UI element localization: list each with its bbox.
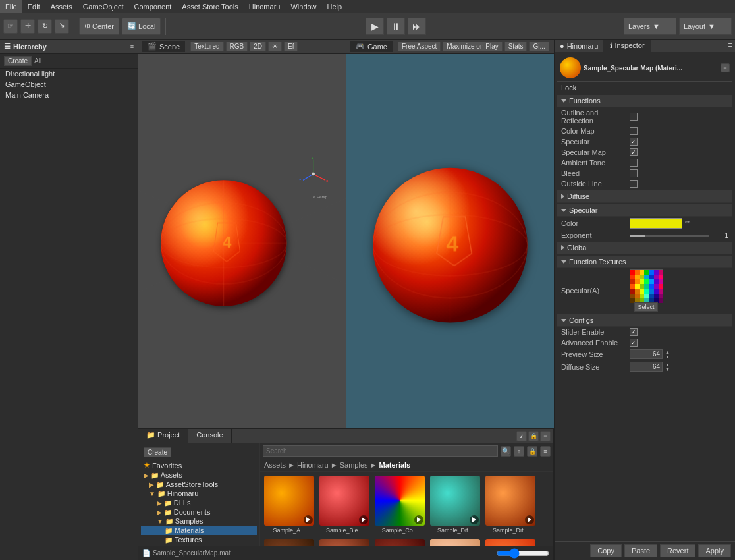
scene-mode[interactable]: Textured (190, 42, 223, 51)
list-item[interactable]: Sample_Ou... (373, 538, 426, 546)
checkbox-outsideline[interactable] (630, 180, 638, 188)
arrow-down2[interactable]: ▼ (665, 367, 670, 372)
menu-hinomaru[interactable]: Hinomaru (244, 0, 286, 13)
bc-1[interactable]: Assets (264, 461, 286, 469)
game-maximize[interactable]: Maximize on Play (443, 42, 502, 51)
hierarchy-item-directional[interactable]: Directional light (0, 69, 138, 79)
list-item[interactable]: Sample_skin (429, 538, 481, 546)
list-item[interactable]: Sample_hair (263, 538, 315, 546)
revert-button[interactable]: Revert (660, 544, 695, 557)
hierarchy-item-maincamera[interactable]: Main Camera (0, 90, 138, 100)
arrow-up[interactable]: ▲ (665, 350, 670, 354)
tree-samples[interactable]: ▼ 📁 Samples (141, 517, 257, 526)
checkbox-outline[interactable] (630, 113, 638, 121)
game-tab[interactable]: 🎮 Game (350, 41, 393, 52)
exponent-slider[interactable] (630, 235, 709, 237)
step-button[interactable]: ⏭ (408, 18, 426, 35)
play-button[interactable]: ▶ (366, 18, 384, 35)
list-item[interactable]: Sample_Sp... (484, 538, 537, 546)
list-item[interactable]: Sample_Out... (318, 538, 371, 546)
game-gizmos[interactable]: Gi... (529, 42, 549, 51)
options2-icon[interactable]: ≡ (540, 446, 551, 457)
bc-2[interactable]: Hinomaru (297, 461, 329, 469)
checkbox-advanced-enable[interactable]: ✓ (630, 339, 638, 347)
collapse-btn[interactable]: ↙ (516, 431, 527, 441)
tree-assets[interactable]: ▶ 📁 Assets (141, 470, 257, 480)
texture-preview[interactable] (630, 269, 663, 302)
search-icon[interactable]: 🔍 (501, 446, 511, 457)
configs-section-header[interactable]: Configs (557, 314, 732, 327)
hierarchy-filter[interactable]: All (34, 57, 41, 65)
game-aspect[interactable]: Free Aspect (398, 42, 441, 51)
local-toggle[interactable]: 🔄 Local (122, 18, 161, 35)
hinomaru-tab[interactable]: ● Hinomaru (555, 40, 603, 52)
select-texture-btn[interactable]: Select (634, 302, 657, 312)
scene-2d[interactable]: 2D (250, 42, 266, 51)
scene-color[interactable]: RGB (226, 42, 248, 51)
diffuse-size-input[interactable] (630, 362, 663, 372)
header-opts[interactable]: ≡ (721, 63, 730, 72)
bc-4[interactable]: Materials (379, 461, 411, 469)
scene-tab[interactable]: 🎬 Scene (142, 41, 185, 52)
color-swatch[interactable] (630, 218, 682, 229)
checkbox-ambient[interactable] (630, 159, 638, 167)
search-input[interactable] (263, 445, 498, 457)
hierarchy-create[interactable]: Create (4, 56, 32, 66)
arrow-down[interactable]: ▼ (665, 354, 670, 359)
scene-light[interactable]: ☀ (268, 42, 282, 51)
layers-dropdown[interactable]: Layers ▼ (624, 18, 676, 35)
menu-file[interactable]: File (0, 0, 22, 13)
tool-move[interactable]: ✛ (20, 19, 35, 34)
tree-textures[interactable]: 📁 Textures (141, 535, 257, 544)
list-item[interactable]: Sample_Co... (373, 474, 426, 535)
hierarchy-item-gameobject[interactable]: GameObject (0, 79, 138, 90)
checkbox-slider-enable[interactable]: ✓ (630, 328, 638, 336)
specular-section-header[interactable]: Specular (557, 204, 732, 217)
checkbox-specular[interactable]: ✓ (630, 138, 638, 146)
menu-help[interactable]: Help (322, 0, 348, 13)
tree-favorites[interactable]: ★ Favorites (141, 461, 257, 470)
scene-viewport[interactable]: 4 x (138, 54, 346, 428)
list-item[interactable]: Sample_Dif... (484, 474, 537, 535)
pause-button[interactable]: ⏸ (387, 18, 405, 35)
menu-edit[interactable]: Edit (22, 0, 45, 13)
lock-btn[interactable]: 🔒 (528, 431, 539, 441)
functions-section-header[interactable]: Functions (557, 95, 732, 107)
project-create[interactable]: Create (144, 447, 171, 457)
checkbox-colormap[interactable] (630, 127, 638, 135)
bc-3[interactable]: Samples (340, 461, 368, 469)
sort-icon[interactable]: ↕ (514, 446, 524, 457)
copy-button[interactable]: Copy (590, 544, 622, 557)
paste-button[interactable]: Paste (624, 544, 657, 557)
layout-dropdown[interactable]: Layout ▼ (679, 18, 732, 35)
hierarchy-options[interactable]: ≡ (130, 43, 134, 50)
checkbox-specularmap[interactable]: ✓ (630, 148, 638, 156)
game-stats[interactable]: Stats (504, 42, 528, 51)
arrow-up2[interactable]: ▲ (665, 362, 670, 367)
tree-assetstoretools[interactable]: ▶ 📁 AssetStoreTools (141, 480, 257, 489)
tree-hinomaru[interactable]: ▼ 📁 Hinomaru (141, 489, 257, 498)
function-textures-header[interactable]: Function Textures (557, 256, 732, 268)
inspector-opts[interactable]: ≡ (726, 40, 735, 52)
menu-assets[interactable]: Assets (45, 0, 78, 13)
preview-size-input[interactable] (630, 349, 663, 359)
lock2-icon[interactable]: 🔒 (527, 446, 537, 457)
center-toggle[interactable]: ⊕ Center (79, 18, 119, 35)
tool-hand[interactable]: ☞ (3, 19, 18, 34)
list-item[interactable]: Sample_A... (263, 474, 315, 535)
menu-component[interactable]: Component (128, 0, 177, 13)
menu-window[interactable]: Window (285, 0, 321, 13)
tree-dlls[interactable]: ▶ 📁 DLLs (141, 498, 257, 507)
panel-opts[interactable]: ≡ (540, 431, 551, 441)
apply-button[interactable]: Apply (698, 544, 731, 557)
color-picker-icon[interactable]: ✏ (685, 219, 694, 228)
diffuse-section-header[interactable]: Diffuse (557, 190, 732, 203)
list-item[interactable]: Sample_Ble... (318, 474, 371, 535)
inspector-tab[interactable]: ℹ Inspector (603, 40, 651, 52)
tool-rotate[interactable]: ↻ (38, 19, 52, 34)
size-slider[interactable] (497, 550, 549, 557)
scene-fx[interactable]: Ef (284, 42, 298, 51)
checkbox-bleed[interactable] (630, 169, 638, 177)
tree-documents[interactable]: ▶ 📁 Documents (141, 507, 257, 517)
tool-scale[interactable]: ⇲ (55, 19, 69, 34)
